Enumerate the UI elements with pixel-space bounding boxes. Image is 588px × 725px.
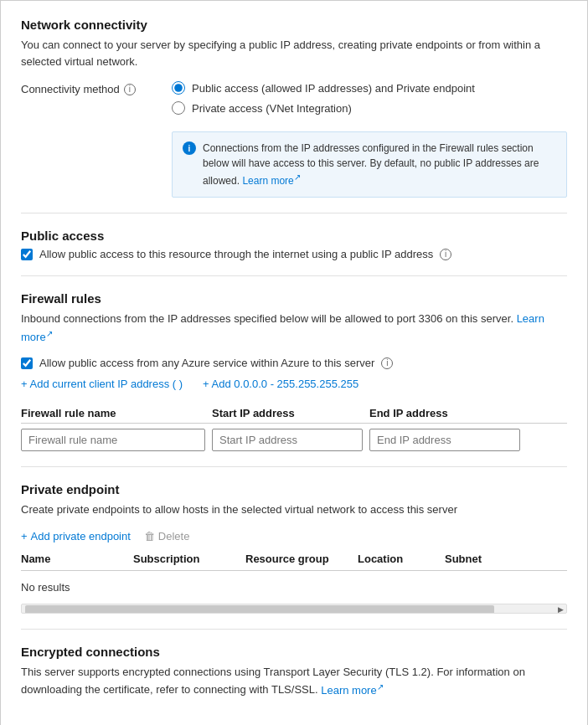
info-box-learn-more-link[interactable]: Learn more↗: [242, 175, 300, 187]
pe-col-subscription: Subscription: [133, 553, 242, 565]
horizontal-scrollbar[interactable]: ◀ ▶: [21, 604, 567, 614]
connectivity-method-row: Connectivity method i Public access (all…: [21, 81, 567, 198]
network-connectivity-description: You can connect to your server by specif…: [21, 37, 567, 69]
delete-button[interactable]: 🗑 Delete: [144, 530, 190, 542]
network-connectivity-section: Network connectivity You can connect to …: [21, 18, 567, 198]
connectivity-method-info-icon[interactable]: i: [124, 84, 136, 95]
firewall-table-inputs: [21, 429, 567, 451]
public-access-checkbox[interactable]: [21, 249, 33, 260]
divider-4: [21, 629, 567, 630]
public-access-title: Public access: [21, 229, 567, 243]
firewall-links-row: + Add current client IP address ( ) + Ad…: [21, 378, 567, 390]
scroll-thumb[interactable]: [25, 605, 494, 614]
radio-option-private-vnet[interactable]: Private access (VNet Integration): [172, 101, 567, 115]
private-endpoint-description: Create private endpoints to allow hosts …: [21, 501, 567, 518]
connectivity-info-box: i Connections from the IP addresses conf…: [172, 131, 567, 198]
pe-col-resource-group: Resource group: [245, 553, 354, 565]
add-client-ip-link[interactable]: + Add current client IP address ( ): [21, 378, 183, 390]
divider-1: [21, 213, 567, 213]
connectivity-method-label: Connectivity method i: [21, 81, 172, 95]
add-private-endpoint-button[interactable]: + Add private endpoint: [21, 530, 131, 542]
firewall-rule-name-input[interactable]: [21, 429, 205, 451]
divider-3: [21, 466, 567, 467]
no-results-text: No results: [21, 574, 567, 600]
delete-icon: 🗑: [144, 530, 155, 542]
private-endpoint-action-bar: + Add private endpoint 🗑 Delete: [21, 530, 567, 542]
firewall-learn-more-ext-icon: ↗: [46, 329, 53, 338]
public-access-checkbox-row[interactable]: Allow public access to this resource thr…: [21, 248, 567, 260]
public-access-section: Public access Allow public access to thi…: [21, 229, 567, 260]
radio-private-vnet-input[interactable]: [172, 101, 185, 115]
learn-more-ext-icon: ↗: [294, 172, 301, 182]
azure-service-info-icon[interactable]: i: [381, 357, 393, 369]
info-box-icon: i: [183, 141, 196, 155]
radio-option-public[interactable]: Public access (allowed IP addresses) and…: [172, 81, 567, 95]
private-endpoint-section: Private endpoint Create private endpoint…: [21, 482, 567, 614]
firewall-table-header: Firewall rule name Start IP address End …: [21, 402, 567, 424]
end-ip-input[interactable]: [369, 429, 520, 451]
firewall-rules-section: Firewall rules Inbound connections from …: [21, 291, 567, 451]
public-access-info-icon[interactable]: i: [440, 249, 451, 260]
encrypted-connections-description: This server supports encrypted connectio…: [21, 664, 567, 698]
private-endpoint-table-header: Name Subscription Resource group Locatio…: [21, 553, 567, 571]
firewall-rules-description: Inbound connections from the IP addresse…: [21, 311, 567, 345]
private-endpoint-title: Private endpoint: [21, 482, 567, 496]
firewall-col-name: Firewall rule name: [21, 407, 205, 419]
encrypted-learn-more-ext-icon: ↗: [377, 681, 384, 691]
network-connectivity-title: Network connectivity: [21, 18, 567, 32]
add-icon: +: [21, 530, 28, 542]
pe-col-subnet: Subnet: [445, 553, 529, 565]
firewall-col-start-ip: Start IP address: [212, 407, 363, 419]
encrypted-learn-more-link[interactable]: Learn more↗: [321, 684, 383, 697]
connectivity-radio-options: Public access (allowed IP addresses) and…: [172, 81, 567, 198]
azure-service-checkbox[interactable]: [21, 357, 33, 369]
azure-service-checkbox-row[interactable]: Allow public access from any Azure servi…: [21, 357, 567, 369]
radio-public-input[interactable]: [172, 81, 185, 95]
add-range-link[interactable]: + Add 0.0.0.0 - 255.255.255.255: [203, 378, 358, 390]
firewall-col-end-ip: End IP address: [369, 407, 520, 419]
divider-2: [21, 275, 567, 276]
pe-col-location: Location: [358, 553, 441, 565]
encrypted-connections-title: Encrypted connections: [21, 645, 567, 659]
firewall-rules-title: Firewall rules: [21, 291, 567, 306]
scroll-right-arrow[interactable]: ▶: [554, 604, 566, 614]
start-ip-input[interactable]: [212, 429, 363, 451]
encrypted-connections-section: Encrypted connections This server suppor…: [21, 645, 567, 698]
info-box-content: Connections from the IP addresses config…: [203, 141, 556, 188]
pe-col-name: Name: [21, 553, 130, 565]
